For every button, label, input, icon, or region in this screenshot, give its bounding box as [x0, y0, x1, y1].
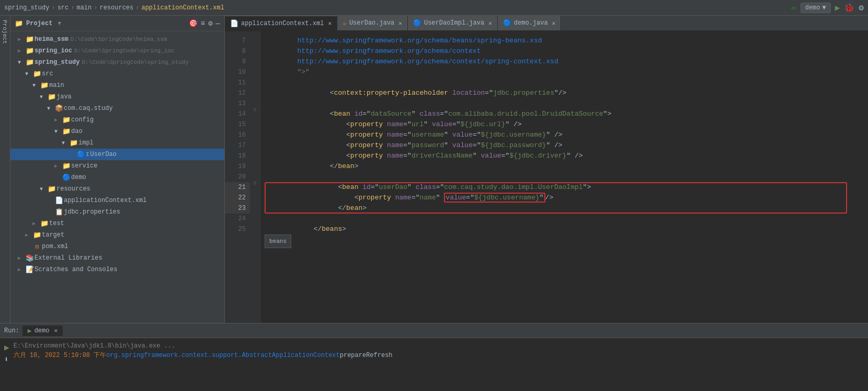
tree-label-demo-class: demo [71, 174, 86, 181]
run-tab-close[interactable]: ✕ [54, 327, 58, 334]
breadcrumb-file[interactable]: applicationContext.xml [141, 4, 224, 12]
close-sidebar-icon[interactable]: — [216, 19, 220, 28]
fold-21[interactable]: ▽ [250, 178, 260, 188]
run-output-text-2: 六月 10, 2022 5:10:08 下午 [14, 351, 107, 360]
tab-bar: 📄 applicationContext.xml ✕ ☕ UserDao.jav… [225, 16, 868, 31]
tree-item-ext-libs[interactable]: ▶ 📚 External Libraries [10, 252, 224, 264]
tree-label-target: target [42, 231, 64, 239]
fold-gutter: ▽ ▽ [250, 31, 260, 323]
folder-java-icon: 📁 [47, 93, 56, 101]
tree-item-spring-ioc[interactable]: ▶ 📁 spring_ioc D:\Code\SpringCode\spring… [10, 45, 224, 57]
breadcrumb-main[interactable]: main [76, 4, 92, 12]
locate-icon[interactable]: 🎯 [189, 19, 198, 28]
bottom-panel: Run: ▶ demo ✕ ▶ ⬇ E:\Environment\Java\jd… [0, 323, 868, 391]
tree-arrow-ext-libs: ▶ [18, 255, 25, 261]
bottom-tab-demo[interactable]: ▶ demo ✕ [22, 326, 63, 336]
editor-content[interactable]: 7 8 9 10 11 12 13 14 15 16 17 18 19 20 2… [225, 31, 868, 323]
tree-arrow-java: ▼ [40, 94, 47, 100]
run-play-btn[interactable]: ▶ [4, 342, 9, 353]
tree-item-spring-study[interactable]: ▼ 📁 spring_study D:\Code\SpringCode\spri… [10, 57, 224, 68]
folder-target-icon: 📁 [32, 231, 42, 239]
settings-button[interactable]: ⚙ [859, 3, 864, 13]
line-num-9: 9 [225, 57, 250, 67]
tree-label-config: config [71, 116, 94, 124]
top-bar-right: ⇦ demo ▼ ▶ 🐞 ⚙ [791, 3, 864, 13]
project-tab-label[interactable]: Project [0, 18, 10, 46]
fold-12 [250, 84, 260, 94]
run-scroll-btn[interactable]: ⬇ [4, 355, 9, 364]
code-line-19: </bean> [265, 161, 868, 172]
folder-src-icon: 📁 [32, 70, 42, 78]
lib-icon: 📚 [25, 254, 35, 262]
tree-item-heima-ssm[interactable]: ▶ 📁 heima_ssm D:\Code\SpringCode\heima_s… [10, 33, 224, 45]
run-button[interactable]: ▶ [835, 3, 840, 13]
tab-demo[interactable]: 🔵 demo.java ✕ [498, 16, 561, 30]
tree-item-pom[interactable]: m pom.xml [10, 241, 224, 252]
line-num-12: 12 [225, 88, 250, 98]
tree-item-scratches[interactable]: ▶ 📝 Scratches and Consoles [10, 264, 224, 275]
run-config-dropdown-icon[interactable]: ▼ [823, 4, 826, 12]
code-area[interactable]: http://www.springframework.org/schema/be… [260, 31, 868, 323]
tree-item-src[interactable]: ▼ 📁 src [10, 68, 224, 80]
breadcrumb-spring-study[interactable]: spring_study [4, 4, 49, 12]
tab-userdaoimpl-icon: 🔵 [413, 19, 421, 27]
breadcrumb-resources[interactable]: resources [99, 4, 133, 12]
tab-userdaoimpl-close[interactable]: ✕ [488, 20, 492, 27]
tree-item-target[interactable]: ▶ 📁 target [10, 229, 224, 241]
fold-7 [250, 31, 260, 42]
sidebar-dropdown-icon[interactable]: ▼ [58, 20, 61, 27]
tree-item-resources[interactable]: ▼ 📁 resources [10, 183, 224, 195]
sidebar-header-icons: 🎯 ≡ ⚙ — [189, 19, 220, 28]
left-stripe: Project [0, 16, 10, 323]
tree-label-dao: dao [71, 128, 83, 135]
nav-back-icon[interactable]: ⇦ [791, 3, 796, 13]
tree-item-demo-class[interactable]: 🔵 demo [10, 172, 224, 183]
collapse-icon[interactable]: ≡ [201, 19, 205, 28]
line-num-18: 18 [225, 151, 250, 161]
code-line-9: http://www.springframework.org/schema/co… [265, 57, 868, 67]
run-config-selector[interactable]: demo ▼ [801, 3, 831, 13]
tree-item-config[interactable]: ▶ 📁 config [10, 114, 224, 126]
debug-button[interactable]: 🐞 [844, 3, 854, 13]
tree-item-java[interactable]: ▼ 📁 java [10, 91, 224, 103]
folder-icon: 📁 [15, 19, 23, 28]
settings-sidebar-icon[interactable]: ⚙ [208, 19, 212, 28]
tab-userdao-close[interactable]: ✕ [398, 20, 402, 27]
tab-appctx[interactable]: 📄 applicationContext.xml ✕ [225, 16, 337, 30]
tree-item-userdao[interactable]: 🔵 I UserDao [10, 149, 224, 160]
line-num-14: 14 [225, 109, 250, 119]
folder-spring-ioc-icon: 📁 [25, 47, 35, 55]
tree-item-appctx-xml[interactable]: 📄 applicationContext.xml [10, 195, 224, 206]
tree-item-test[interactable]: ▶ 📁 test [10, 218, 224, 229]
tree-label-spring-ioc: spring_ioc [35, 47, 72, 54]
tree-arrow-spring-study: ▼ [18, 60, 25, 65]
run-output-line-2: 六月 10, 2022 5:10:08 下午 org.springframewo… [14, 351, 864, 360]
code-breadcrumb-hint: beans [265, 234, 291, 248]
tree-item-jdbc-props[interactable]: 📋 jdbc.properties [10, 206, 224, 218]
tree-item-dao[interactable]: ▼ 📁 dao [10, 126, 224, 137]
tree-arrow-scratches: ▶ [18, 266, 25, 273]
tree-item-service[interactable]: ▶ 📁 service [10, 160, 224, 172]
tree-label-service: service [71, 162, 97, 170]
fold-21-icon: ▽ [253, 180, 256, 186]
tree-label-src: src [42, 70, 53, 77]
fold-11 [250, 73, 260, 84]
fold-14[interactable]: ▽ [250, 105, 260, 115]
tab-demo-close[interactable]: ✕ [552, 20, 556, 27]
run-output-class-link[interactable]: org.springframework.context.support.Abst… [106, 351, 339, 360]
tree-label-main: main [49, 82, 64, 89]
tree-item-main[interactable]: ▼ 📁 main [10, 80, 224, 91]
tab-userdao[interactable]: ☕ UserDao.java ✕ [337, 16, 408, 30]
fold-18 [250, 147, 260, 157]
tree-item-impl[interactable]: ▼ 📁 impl [10, 137, 224, 149]
line-num-23: 23 [225, 203, 250, 214]
tab-userdaoimpl[interactable]: 🔵 UserDaoImpl.java ✕ [408, 16, 498, 30]
tab-appctx-close[interactable]: ✕ [328, 20, 332, 27]
code-line-10: ">" [265, 67, 868, 77]
fold-8 [250, 42, 260, 52]
tree-path-spring-study: D:\Code\SpringCode\spring_study [82, 59, 189, 65]
breadcrumb-src[interactable]: src [58, 4, 69, 12]
fold-23 [250, 199, 260, 209]
tree-item-com-caq-study[interactable]: ▼ 📦 com.caq.study [10, 103, 224, 114]
line-num-19: 19 [225, 161, 250, 172]
